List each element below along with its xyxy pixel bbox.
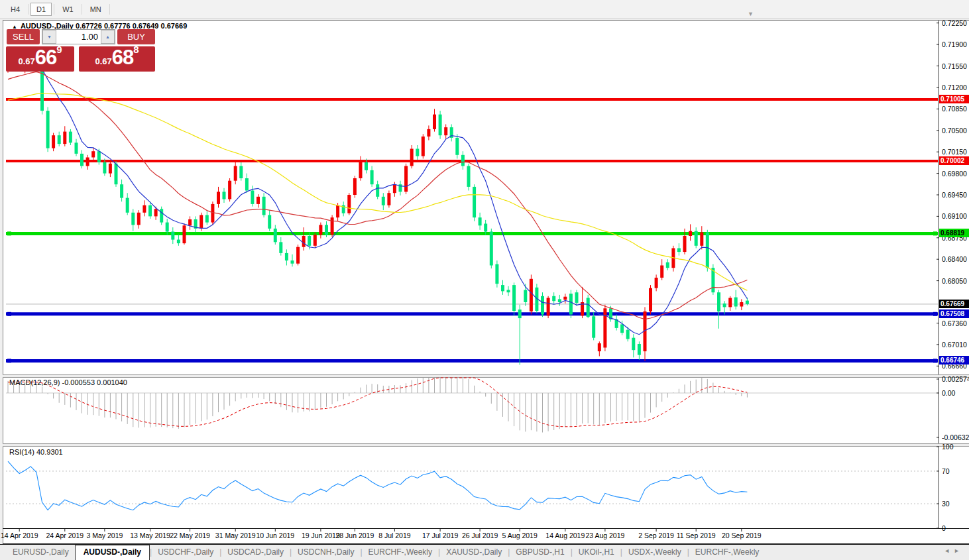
chart-tabs-bar: EURUSD-,DailyAUDUSD-,Daily|USDCHF-,Daily…	[0, 544, 969, 560]
price-axis-label: 0.68400	[942, 255, 969, 263]
volume-increase-button[interactable]: ▲	[101, 30, 115, 44]
price-axis-label: 0.71200	[942, 84, 969, 91]
price-axis-label: 0.69800	[942, 170, 969, 178]
price-axis-label: 0.70850	[942, 105, 969, 113]
volume-input[interactable]	[56, 30, 101, 44]
price-axis-label: 0.71550	[942, 62, 969, 70]
date-axis-label: 10 Jun 2019	[251, 532, 300, 539]
price-level-badge: 0.70002	[939, 156, 969, 165]
rsi-line	[8, 461, 747, 510]
buy-price-button[interactable]: 0.67688	[79, 46, 155, 72]
date-axis-label: 23 Aug 2019	[581, 532, 630, 539]
macd-axis-label: -0.006326	[942, 433, 969, 441]
buy-price-pip: 8	[133, 44, 139, 55]
date-axis-label: 14 Apr 2019	[0, 532, 44, 539]
date-axis-label: 3 May 2019	[80, 532, 129, 539]
price-axis-label: 0.67360	[942, 319, 969, 327]
rsi-value: 40.9301	[36, 448, 63, 456]
one-click-trading-panel: SELL ▼ ▲ BUY 0.67669 0.67688	[6, 29, 156, 72]
price-level-badge: 0.67508	[939, 309, 969, 318]
price-axis-label: 0.69100	[942, 212, 969, 220]
rsi-axis-label: 0	[942, 524, 969, 532]
tab-scroll-left-icon[interactable]: ◄	[944, 547, 954, 554]
date-axis-label: 5 Aug 2019	[495, 532, 544, 539]
price-level-badge: 0.67669	[939, 300, 969, 308]
price-level-badge: 0.71005	[939, 95, 969, 103]
sell-button[interactable]: SELL	[7, 29, 40, 44]
volume-spinner: ▼ ▲	[42, 29, 115, 44]
tab-eurusd-daily[interactable]: EURUSD-,Daily	[7, 545, 75, 560]
price-axis-label: 0.69450	[942, 191, 969, 199]
buy-button[interactable]: BUY	[117, 29, 155, 44]
sell-price-big: 66	[35, 46, 56, 69]
hline-handle[interactable]	[933, 359, 937, 363]
rsi-axis-label: 30	[942, 500, 969, 508]
price-level-badge: 0.68819	[939, 229, 969, 237]
hline-handle[interactable]	[933, 231, 937, 235]
rsi-axis-label: 70	[942, 467, 969, 475]
tab-scroll-right-icon[interactable]: ►	[954, 547, 964, 554]
macd-name: MACD(12,26,9)	[9, 378, 60, 386]
price-chart-canvas	[0, 0, 969, 560]
tab-usdchf-daily[interactable]: USDCHF-,Daily	[152, 545, 219, 560]
tab-usdx-weekly[interactable]: USDX-,Weekly	[622, 545, 687, 560]
date-axis-label: 8 Jul 2019	[370, 532, 419, 539]
macd-indicator-label: MACD(12,26,9) -0.000553 0.001040	[9, 378, 127, 386]
buy-price-prefix: 0.67	[95, 56, 111, 66]
tab-audusd-daily[interactable]: AUDUSD-,Daily	[75, 545, 150, 560]
tab-scroll-arrows: ◄►	[944, 547, 964, 554]
sell-price-prefix: 0.67	[18, 56, 34, 66]
macd-axis-label: 0.00	[942, 389, 969, 397]
macd-axis-label: 0.002574	[942, 375, 969, 383]
macd-values: -0.000553 0.001040	[62, 378, 127, 386]
date-axis-label: 11 Sep 2019	[671, 532, 720, 539]
hline-handle[interactable]	[933, 312, 937, 316]
date-axis-label: 20 Sep 2019	[717, 532, 766, 539]
price-axis-label: 0.68050	[942, 277, 969, 285]
rsi-indicator-label: RSI(14) 40.9301	[9, 448, 63, 456]
tab-xauusd-daily[interactable]: XAUUSD-,Daily	[440, 545, 508, 560]
sell-price-pip: 9	[56, 44, 62, 55]
price-axis-label: 0.70500	[942, 127, 969, 135]
price-level-badge: 0.66746	[939, 356, 969, 364]
tab-ukoil-h1[interactable]: UKOil-,H1	[573, 545, 620, 560]
price-axis-label: 0.70150	[942, 148, 969, 156]
tab-gbpusd-h1[interactable]: GBPUSD-,H1	[510, 545, 570, 560]
volume-decrease-button[interactable]: ▼	[42, 30, 56, 44]
tab-usdcnh-daily[interactable]: USDCNH-,Daily	[292, 545, 360, 560]
price-axis-label: 0.71900	[942, 40, 969, 48]
rsi-axis-label: 100	[942, 443, 969, 451]
buy-price-big: 68	[112, 46, 133, 69]
hline-handle[interactable]	[7, 312, 11, 316]
price-axis-label: 0.67010	[942, 341, 969, 349]
tab-eurchf-weekly[interactable]: EURCHF-,Weekly	[363, 545, 438, 560]
price-axis-label: 0.72250	[942, 19, 969, 27]
tab-usdcad-daily[interactable]: USDCAD-,Daily	[221, 545, 290, 560]
date-axis-label: 22 May 2019	[166, 532, 215, 539]
hline-handle[interactable]	[7, 231, 11, 235]
rsi-name: RSI(14)	[9, 448, 34, 456]
sell-price-button[interactable]: 0.67669	[6, 46, 74, 72]
chevron-down-icon: ▼	[47, 34, 52, 39]
tab-eurchf-weekly[interactable]: EURCHF-,Weekly	[689, 545, 765, 560]
chevron-up-icon: ▲	[105, 34, 110, 39]
hline-handle[interactable]	[7, 359, 11, 363]
